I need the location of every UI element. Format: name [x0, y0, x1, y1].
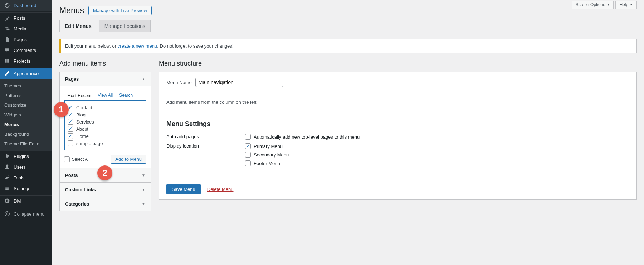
- save-menu-button[interactable]: Save Menu: [166, 184, 201, 194]
- svg-point-0: [5, 199, 10, 203]
- submenu-item-customize[interactable]: Customize: [0, 100, 52, 110]
- plugin-icon: [4, 153, 11, 159]
- settings-icon: [4, 186, 11, 191]
- page-item[interactable]: Services: [68, 118, 143, 125]
- submenu-item-background[interactable]: Background: [0, 129, 52, 139]
- tab-manage-locations[interactable]: Manage Locations: [99, 20, 151, 32]
- media-icon: [4, 26, 11, 32]
- add-items-accordion: Pages ▲ Most Recent View All Search Cont…: [59, 72, 151, 211]
- add-items-heading: Add menu items: [59, 60, 151, 67]
- page-icon: [4, 37, 11, 42]
- page-item[interactable]: About: [68, 125, 143, 132]
- checkbox[interactable]: [68, 133, 73, 139]
- chevron-down-icon: ▼: [142, 202, 145, 206]
- acc-header-categories[interactable]: Categories ▼: [60, 197, 151, 211]
- pin-icon: [4, 15, 11, 21]
- sidebar-item-tools[interactable]: Tools: [0, 172, 52, 183]
- menu-name-input[interactable]: [195, 78, 283, 87]
- page-item[interactable]: Contact: [68, 104, 143, 111]
- chevron-down-icon: ▼: [142, 173, 145, 177]
- location-option[interactable]: Primary Menu: [245, 143, 289, 149]
- comment-icon: [4, 47, 11, 53]
- sidebar-item-label: Users: [14, 164, 26, 170]
- info-notice: Edit your menu below, or create a new me…: [59, 39, 637, 53]
- sidebar-item-label: Appearance: [14, 71, 39, 76]
- svg-point-1: [5, 212, 10, 216]
- checkbox[interactable]: [68, 126, 73, 132]
- inner-tab-search[interactable]: Search: [116, 91, 136, 100]
- chevron-down-icon: ▼: [606, 3, 610, 6]
- checkbox[interactable]: [245, 160, 251, 166]
- sidebar-item-projects[interactable]: Projects: [0, 56, 52, 66]
- page-item[interactable]: sample page: [68, 140, 143, 147]
- checkbox[interactable]: [68, 140, 73, 146]
- sidebar-item-label: Posts: [14, 15, 25, 21]
- menu-structure-heading: Menu structure: [159, 60, 637, 67]
- location-option[interactable]: Footer Menu: [245, 160, 289, 166]
- sidebar-item-users[interactable]: Users: [0, 162, 52, 172]
- screen-options-button[interactable]: Screen Options▼: [572, 1, 614, 9]
- sidebar-item-label: Media: [14, 26, 26, 32]
- help-button[interactable]: Help▼: [615, 1, 637, 9]
- collapse-icon: [4, 211, 11, 217]
- checkbox[interactable]: [245, 152, 251, 158]
- live-preview-button[interactable]: Manage with Live Preview: [88, 6, 152, 15]
- annotation-badge-2: 2: [97, 165, 112, 180]
- menu-name-label: Menu Name: [166, 80, 192, 85]
- sidebar-item-label: Dashboard: [14, 3, 36, 8]
- acc-header-custom-links[interactable]: Custom Links ▼: [60, 183, 151, 197]
- tab-wrapper: Edit Menus Manage Locations: [59, 20, 637, 32]
- dashboard-icon: [4, 3, 11, 8]
- inner-tab-recent[interactable]: Most Recent: [64, 91, 94, 100]
- submenu-item-themes[interactable]: Themes: [0, 81, 52, 91]
- sidebar-item-label: Comments: [14, 48, 36, 53]
- checkbox[interactable]: [68, 119, 73, 125]
- sidebar-item-label: Pages: [14, 37, 27, 42]
- inner-tab-all[interactable]: View All: [94, 91, 116, 100]
- sidebar-item-dashboard[interactable]: Dashboard: [0, 0, 52, 11]
- delete-menu-link[interactable]: Delete Menu: [207, 187, 234, 192]
- menu-settings-heading: Menu Settings: [166, 120, 629, 128]
- add-to-menu-button[interactable]: Add to Menu: [111, 155, 146, 164]
- chevron-down-icon: ▼: [630, 3, 633, 6]
- sidebar-item-label: Tools: [14, 175, 24, 180]
- acc-header-pages[interactable]: Pages ▲: [60, 72, 151, 86]
- submenu-item-theme-file-editor[interactable]: Theme File Editor: [0, 139, 52, 149]
- submenu-item-menus[interactable]: Menus: [0, 120, 52, 129]
- checkbox[interactable]: [245, 143, 251, 149]
- submenu-item-patterns[interactable]: Patterns: [0, 91, 52, 100]
- sidebar-item-label: Divi: [14, 198, 21, 204]
- sidebar-item-label: Plugins: [14, 154, 29, 159]
- checkbox[interactable]: [245, 134, 251, 140]
- page-item[interactable]: Blog: [68, 111, 143, 118]
- menu-panel: Menu Name Add menu items from the column…: [159, 72, 637, 200]
- sidebar-item-posts[interactable]: Posts: [0, 13, 52, 23]
- sidebar-item-pages[interactable]: Pages: [0, 34, 52, 45]
- page-item[interactable]: Home: [68, 132, 143, 140]
- location-option[interactable]: Secondary Menu: [245, 152, 289, 158]
- annotation-badge-1: 1: [54, 102, 69, 117]
- tab-edit-menus[interactable]: Edit Menus: [59, 20, 97, 32]
- page-title: Menus: [59, 6, 84, 15]
- main-content: Screen Options▼ Help▼ Menus Manage with …: [52, 0, 644, 265]
- create-menu-link[interactable]: create a new menu: [118, 43, 157, 49]
- chevron-up-icon: ▲: [142, 77, 145, 81]
- page-list: Contact Blog Services About Home sample …: [64, 100, 146, 150]
- auto-add-label: Auto add pages: [166, 134, 245, 139]
- tools-icon: [4, 175, 11, 180]
- projects-icon: [4, 58, 11, 64]
- sidebar-item-comments[interactable]: Comments: [0, 45, 52, 56]
- collapse-menu-button[interactable]: Collapse menu: [0, 208, 52, 220]
- checkbox[interactable]: [68, 112, 73, 117]
- sidebar-item-settings[interactable]: Settings: [0, 183, 52, 194]
- select-all[interactable]: Select All: [64, 156, 89, 162]
- sidebar-item-appearance[interactable]: Appearance: [0, 68, 52, 79]
- sidebar-item-plugins[interactable]: Plugins: [0, 151, 52, 162]
- sidebar-item-divi[interactable]: Divi: [0, 196, 52, 206]
- checkbox[interactable]: [64, 156, 70, 162]
- sidebar-item-label: Projects: [14, 58, 30, 64]
- sidebar-item-media[interactable]: Media: [0, 23, 52, 34]
- submenu-item-widgets[interactable]: Widgets: [0, 110, 52, 120]
- display-location-label: Display location: [166, 143, 245, 149]
- auto-add-option[interactable]: Automatically add new top-level pages to…: [245, 134, 360, 140]
